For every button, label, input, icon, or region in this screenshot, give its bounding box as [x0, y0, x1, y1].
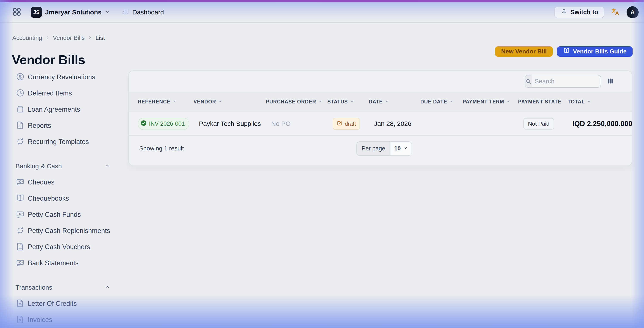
company-switcher[interactable]: JS Jmeryar Solutions	[31, 7, 110, 18]
sidebar-section-transactions[interactable]: Transactions	[16, 279, 110, 295]
table-toolbar	[129, 71, 632, 92]
cell-payment-state: Not Paid	[518, 118, 568, 129]
document-chart-icon	[16, 120, 25, 131]
sidebar-item-petty-cash-vouchers[interactable]: Petty Cash Vouchers	[16, 239, 110, 255]
sort-chevron-icon	[350, 99, 354, 105]
document-lines-icon	[16, 298, 25, 309]
sidebar-item-label: Recurring Templates	[28, 138, 89, 146]
archive-icon	[16, 104, 25, 115]
vendor-bills-table-card: REFERENCE VENDOR PURCHASE ORDER STATUS D…	[128, 70, 632, 166]
sort-chevron-icon	[587, 99, 591, 105]
sort-chevron-icon	[385, 99, 389, 105]
company-name: Jmeryar Solutions	[45, 9, 102, 16]
document-dollar-icon	[16, 315, 25, 325]
sidebar-item-cheques[interactable]: Cheques	[16, 174, 110, 190]
column-header-purchase-order[interactable]: PURCHASE ORDER	[266, 99, 328, 105]
sidebar-item-label: Petty Cash Replenishments	[28, 227, 110, 235]
reference-badge: INV-2026-001	[138, 118, 189, 130]
sidebar-section-banking-cash[interactable]: Banking & Cash	[16, 158, 110, 174]
column-header-reference[interactable]: REFERENCE	[138, 99, 194, 105]
new-vendor-bill-button[interactable]: New Vendor Bill	[495, 46, 553, 57]
sidebar-section-title: Banking & Cash	[16, 162, 62, 170]
table-row[interactable]: INV-2026-001 Paykar Tech Supplies No PO …	[129, 112, 632, 135]
chevron-right-icon	[88, 35, 92, 41]
status-badge: draft	[333, 118, 360, 130]
sidebar-item-bank-statements[interactable]: Bank Statements	[16, 255, 110, 271]
payment-state-badge: Not Paid	[524, 118, 554, 129]
cell-reference: INV-2026-001	[138, 118, 194, 130]
chevron-right-icon	[45, 35, 50, 41]
sort-chevron-icon	[506, 99, 510, 105]
sort-chevron-icon	[318, 99, 322, 105]
sidebar-item-label: Invoices	[28, 316, 52, 324]
per-page-selector[interactable]: Per page 10	[356, 141, 412, 156]
columns-icon	[607, 77, 614, 85]
breadcrumb: Accounting Vendor Bills List	[12, 35, 105, 41]
company-logo: JS	[31, 7, 42, 18]
table-header-row: REFERENCE VENDOR PURCHASE ORDER STATUS D…	[129, 92, 632, 112]
vendor-bills-guide-label: Vendor Bills Guide	[573, 48, 626, 55]
breadcrumb-list: List	[95, 35, 105, 41]
column-header-vendor[interactable]: VENDOR	[194, 99, 266, 105]
sidebar: Currency Revaluations Deferred Items Loa…	[16, 69, 110, 328]
app-launcher-button[interactable]	[12, 7, 22, 18]
column-header-date[interactable]: DATE	[369, 99, 420, 105]
sidebar-item-currency-revaluations[interactable]: Currency Revaluations	[16, 69, 110, 85]
refresh-icon	[16, 137, 25, 147]
reference-text: INV-2026-001	[149, 120, 185, 127]
sidebar-item-letter-of-credits[interactable]: Letter Of Credits	[16, 295, 110, 312]
sidebar-item-invoices[interactable]: Invoices	[16, 312, 110, 328]
switch-to-label: Switch to	[570, 9, 598, 16]
breadcrumb-accounting[interactable]: Accounting	[12, 35, 42, 41]
top-accent-bar	[0, 0, 644, 2]
banknote-icon	[16, 210, 25, 220]
nav-dashboard[interactable]: Dashboard	[122, 8, 164, 17]
sort-chevron-icon	[218, 99, 222, 105]
language-button[interactable]	[611, 7, 620, 17]
bar-chart-icon	[122, 8, 129, 17]
avatar[interactable]: A	[626, 6, 638, 18]
sidebar-item-label: Petty Cash Funds	[28, 211, 81, 219]
topbar: JS Jmeryar Solutions Dashboard	[0, 2, 644, 23]
results-summary: Showing 1 result	[139, 145, 184, 152]
vendor-bills-guide-button[interactable]: Vendor Bills Guide	[557, 46, 632, 57]
grid-icon	[12, 7, 22, 18]
chevron-up-icon	[104, 163, 110, 170]
sort-chevron-icon	[449, 99, 454, 105]
search-icon	[525, 75, 532, 87]
column-header-total[interactable]: TOTAL	[568, 99, 632, 105]
sidebar-item-reports[interactable]: Reports	[16, 117, 110, 134]
breadcrumb-vendor-bills[interactable]: Vendor Bills	[53, 35, 85, 41]
cell-date: Jan 28, 2026	[369, 120, 420, 127]
topbar-left: JS Jmeryar Solutions Dashboard	[12, 7, 554, 18]
sidebar-item-chequebooks[interactable]: Chequebooks	[16, 190, 110, 207]
switch-to-button[interactable]: Switch to	[554, 7, 604, 18]
sidebar-section-title: Transactions	[16, 284, 52, 291]
page: JS Jmeryar Solutions Dashboard	[0, 0, 644, 328]
sidebar-item-deferred-items[interactable]: Deferred Items	[16, 85, 110, 101]
nav-dashboard-label: Dashboard	[132, 9, 164, 16]
cell-purchase-order: No PO	[266, 120, 328, 127]
column-header-payment-term[interactable]: PAYMENT TERM	[462, 99, 518, 105]
column-header-due-date[interactable]: DUE DATE	[420, 99, 462, 105]
sidebar-item-label: Reports	[28, 122, 51, 129]
sidebar-item-loan-agreements[interactable]: Loan Agreements	[16, 101, 110, 117]
sidebar-item-petty-cash-replenishments[interactable]: Petty Cash Replenishments	[16, 223, 110, 239]
table-footer: Showing 1 result Per page 10	[129, 135, 632, 166]
per-page-value[interactable]: 10	[390, 142, 412, 155]
banknote-icon	[16, 177, 25, 188]
sidebar-item-petty-cash-funds[interactable]: Petty Cash Funds	[16, 207, 110, 223]
chevron-down-icon	[105, 9, 110, 16]
column-header-status[interactable]: STATUS	[328, 99, 369, 105]
cell-status: draft	[328, 118, 369, 130]
column-manager-button[interactable]	[607, 77, 614, 85]
per-page-label: Per page	[357, 142, 390, 155]
sidebar-item-label: Letter Of Credits	[28, 300, 77, 307]
total-amount: IQD 2,250,000.000	[568, 120, 632, 128]
book-open-icon	[563, 47, 570, 56]
sidebar-item-label: Currency Revaluations	[28, 73, 95, 81]
search-input[interactable]	[532, 78, 601, 85]
book-open-icon	[16, 193, 25, 204]
sidebar-item-recurring-templates[interactable]: Recurring Templates	[16, 134, 110, 150]
page-actions: New Vendor Bill Vendor Bills Guide	[495, 46, 632, 57]
